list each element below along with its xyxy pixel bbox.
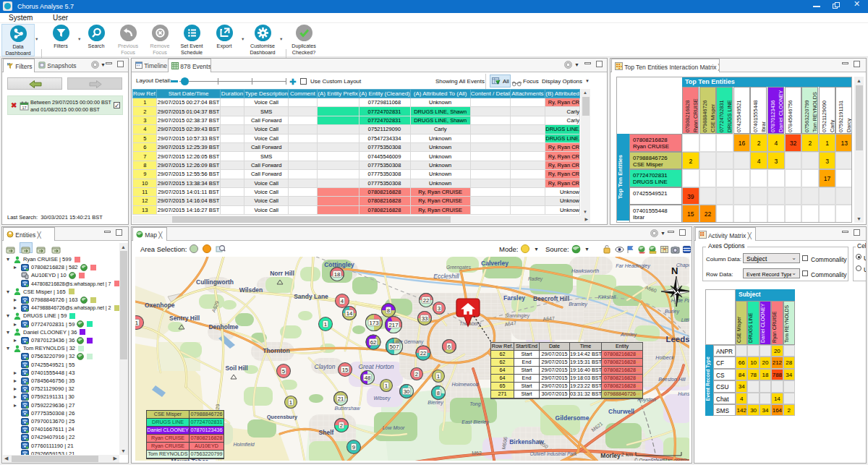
- svg-text:M62: M62: [472, 451, 482, 456]
- svg-text:Chapel A: Chapel A: [676, 263, 689, 268]
- svg-text:1: 1: [324, 321, 327, 328]
- svg-text:Morley: Morley: [600, 452, 621, 459]
- svg-text:Beecroft Hill: Beecroft Hill: [533, 295, 569, 302]
- svg-text:Far Headingley: Far Headingley: [616, 263, 650, 269]
- svg-text:2 km: 2 km: [621, 451, 633, 458]
- svg-text:8: 8: [387, 307, 390, 314]
- svg-text:Great Horton: Great Horton: [358, 363, 393, 370]
- svg-text:2: 2: [340, 422, 343, 429]
- svg-text:Wilsden: Wilsden: [239, 286, 263, 294]
- svg-text:Radley: Radley: [528, 276, 543, 282]
- svg-text:Oxenhope: Oxenhope: [145, 302, 175, 309]
- svg-text:Hyde Park: Hyde Park: [671, 298, 689, 304]
- svg-text:33: 33: [422, 315, 428, 322]
- svg-text:17: 17: [22, 106, 26, 110]
- svg-text:22: 22: [420, 350, 427, 357]
- svg-text:Holbeck: Holbeck: [655, 355, 674, 360]
- svg-text:Farsley: Farsley: [503, 294, 525, 302]
- svg-text:Little L: Little L: [681, 317, 689, 323]
- svg-text:Soil Hill: Soil Hill: [225, 364, 247, 372]
- svg-text:9: 9: [352, 444, 355, 451]
- svg-text:507: 507: [389, 344, 399, 350]
- svg-text:Beeston Hill: Beeston Hill: [658, 377, 686, 382]
- svg-text:Little Germany: Little Germany: [393, 339, 424, 345]
- svg-text:Calverley: Calverley: [481, 260, 509, 267]
- svg-text:Denholme: Denholme: [208, 323, 238, 330]
- svg-text:22: 22: [423, 297, 430, 304]
- svg-text:21: 21: [338, 396, 344, 402]
- svg-text:Clayton: Clayton: [315, 363, 336, 370]
- svg-text:Kirkstall: Kirkstall: [598, 294, 616, 299]
- svg-text:5: 5: [282, 368, 286, 375]
- svg-text:1: 1: [289, 399, 292, 406]
- svg-text:Greengates: Greengates: [446, 265, 472, 270]
- svg-text:4: 4: [341, 298, 344, 304]
- svg-text:Brauncliffe: Brauncliffe: [558, 460, 581, 461]
- svg-text:8: 8: [437, 390, 440, 396]
- svg-text:1: 1: [437, 373, 440, 380]
- svg-text:East Bierley: East Bierley: [461, 419, 489, 425]
- svg-text:Eccleshill: Eccleshill: [433, 273, 460, 280]
- svg-text:Holmfield: Holmfield: [233, 442, 255, 447]
- svg-text:Sandy Lane: Sandy Lane: [294, 293, 328, 300]
- svg-text:Burley: Burley: [665, 309, 679, 315]
- svg-text:Low Moor: Low Moor: [383, 425, 405, 430]
- svg-text:48: 48: [365, 375, 371, 381]
- svg-text:Holmewood: Holmewood: [452, 382, 480, 387]
- svg-text:Gildersome: Gildersome: [556, 414, 590, 422]
- svg-text:Wibsey: Wibsey: [374, 396, 391, 401]
- svg-text:© OpenStreetMap contributors: © OpenStreetMap contributors: [634, 458, 689, 461]
- svg-text:14: 14: [346, 310, 353, 317]
- svg-text:Thornton: Thornton: [263, 347, 289, 354]
- svg-text:Buttershaw: Buttershaw: [334, 406, 360, 411]
- svg-text:Shelf: Shelf: [319, 429, 334, 436]
- svg-text:3: 3: [438, 305, 441, 312]
- svg-text:173: 173: [369, 320, 378, 326]
- svg-text:N: N: [671, 265, 678, 276]
- svg-text:6: 6: [448, 344, 451, 350]
- svg-text:1: 1: [385, 383, 388, 389]
- svg-text:Armley: Armley: [620, 332, 637, 338]
- svg-text:Bierley: Bierley: [427, 400, 443, 406]
- svg-text:Norr Hill: Norr Hill: [270, 270, 294, 277]
- svg-text:62: 62: [370, 339, 377, 346]
- svg-text:Bramley: Bramley: [569, 302, 587, 307]
- svg-text:Stanningley: Stanningley: [505, 313, 530, 319]
- svg-text:Tong: Tong: [469, 401, 480, 407]
- svg-text:15: 15: [342, 367, 349, 373]
- svg-text:Hunslet: Hunslet: [678, 391, 689, 396]
- svg-text:A647: A647: [542, 315, 555, 321]
- svg-text:Churwell: Churwell: [608, 408, 634, 415]
- svg-text:Queensbury: Queensbury: [267, 414, 297, 420]
- svg-text:Sentry Hill: Sentry Hill: [169, 315, 200, 322]
- svg-text:Hawksworth: Hawksworth: [571, 268, 599, 273]
- svg-text:Cullingworth: Cullingworth: [196, 278, 234, 286]
- svg-text:1: 1: [135, 320, 138, 326]
- svg-text:217: 217: [388, 322, 398, 328]
- svg-text:30: 30: [404, 388, 410, 395]
- svg-text:18: 18: [334, 271, 341, 278]
- svg-text:2: 2: [415, 371, 418, 377]
- svg-text:Leeds: Leeds: [665, 335, 689, 344]
- svg-text:Oulwell Industrial Park: Oulwell Industrial Park: [530, 451, 577, 456]
